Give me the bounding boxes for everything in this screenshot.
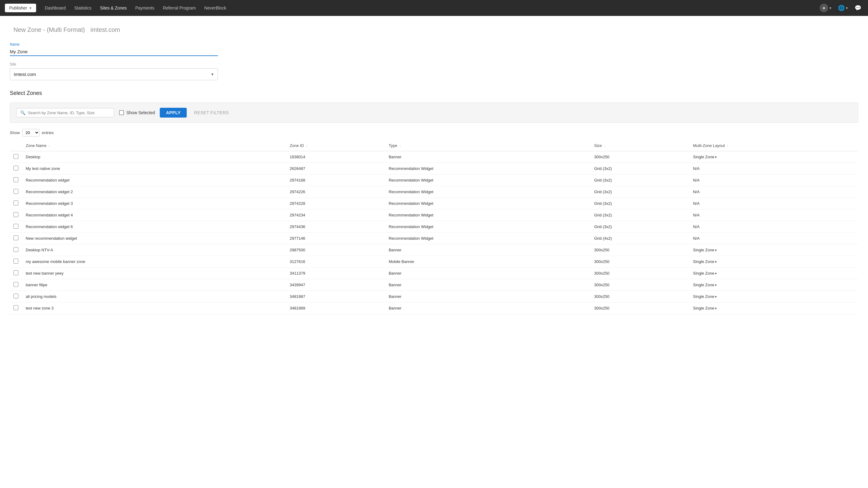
zone-name-col-header[interactable]: Zone Name ↕	[22, 140, 286, 151]
table-controls: Show 201050100 entries	[10, 129, 858, 136]
nav-link-neverblock[interactable]: NeverBlock	[201, 4, 230, 12]
search-wrapper: 🔍	[16, 108, 114, 117]
type-cell: Banner	[385, 291, 590, 303]
layout-cell: Single Zone▼	[689, 291, 858, 303]
table-row: Recommendation widget 2 2974226 Recommen…	[10, 186, 858, 198]
layout-chevron-icon[interactable]: ▼	[714, 283, 717, 287]
layout-cell: Single Zone▼	[689, 244, 858, 256]
name-input[interactable]	[10, 48, 218, 56]
size-cell: 300x250	[590, 303, 689, 314]
type-cell: Banner	[385, 268, 590, 279]
show-selected-wrapper[interactable]: Show Selected	[119, 110, 155, 115]
layout-cell: Single Zone▼	[689, 256, 858, 268]
size-sort-icon: ↕	[604, 144, 606, 148]
zone-name-cell: test new banner yeey	[22, 268, 286, 279]
row-checkbox[interactable]	[13, 189, 18, 194]
size-cell: 300x250	[590, 151, 689, 163]
table-row: Desktop NTV-A 2987500 Banner 300x250 Sin…	[10, 244, 858, 256]
publisher-button[interactable]: Publisher ▼	[5, 4, 36, 12]
reset-filters-button[interactable]: RESET FILTERS	[192, 108, 231, 118]
layout-cell: Single Zone▼	[689, 303, 858, 314]
row-checkbox[interactable]	[13, 212, 18, 217]
nav-link-statistics[interactable]: Statistics	[71, 4, 95, 12]
type-cell: Recommendation Widget	[385, 186, 590, 198]
row-checkbox[interactable]	[13, 247, 18, 252]
table-row: all pricing models 3481987 Banner 300x25…	[10, 291, 858, 303]
row-checkbox[interactable]	[13, 270, 18, 275]
row-checkbox[interactable]	[13, 282, 18, 287]
row-checkbox[interactable]	[13, 294, 18, 299]
layout-chevron-icon[interactable]: ▼	[714, 249, 717, 252]
nav-link-dashboard[interactable]: Dashboard	[41, 4, 69, 12]
zone-name-cell: New recommendation widget	[22, 233, 286, 244]
row-checkbox-cell	[10, 163, 22, 175]
table-header-row: Zone Name ↕ Zone ID ↕ Type ↕ Size ↕ Mult…	[10, 140, 858, 151]
layout-cell: N/A	[689, 186, 858, 198]
row-checkbox[interactable]	[13, 201, 18, 206]
zone-name-cell: Recommendation widget 6	[22, 221, 286, 233]
nav-link-payments[interactable]: Payments	[132, 4, 158, 12]
zone-id-cell: 2974168	[286, 175, 385, 186]
type-cell: Recommendation Widget	[385, 233, 590, 244]
layout-chevron-icon[interactable]: ▼	[714, 295, 717, 299]
zone-id-cell: 2974228	[286, 198, 385, 209]
layout-chevron-icon[interactable]: ▼	[714, 307, 717, 310]
search-input[interactable]	[28, 111, 110, 115]
zone-id-col-header[interactable]: Zone ID ↕	[286, 140, 385, 151]
zone-id-cell: 3411379	[286, 268, 385, 279]
type-cell: Recommendation Widget	[385, 175, 590, 186]
apply-button[interactable]: APPLY	[160, 108, 187, 118]
zone-id-cell: 2626487	[286, 163, 385, 175]
size-cell: 300x250	[590, 268, 689, 279]
row-checkbox-cell	[10, 244, 22, 256]
layout-cell: N/A	[689, 175, 858, 186]
zone-name-cell: Recommendation widget 3	[22, 198, 286, 209]
table-row: test new banner yeey 3411379 Banner 300x…	[10, 268, 858, 279]
table-row: Recommendation widget 4 2974234 Recommen…	[10, 209, 858, 221]
layout-col-header[interactable]: Multi-Zone Layout ↕	[689, 140, 858, 151]
publisher-label: Publisher	[9, 5, 27, 10]
zone-id-sort-icon: ↕	[306, 144, 307, 148]
row-checkbox[interactable]	[13, 224, 18, 229]
nav-link-sites-zones[interactable]: Sites & Zones	[96, 4, 130, 12]
size-cell: Grid (3x2)	[590, 221, 689, 233]
row-checkbox[interactable]	[13, 165, 18, 171]
table-row: Recommendation widget 6 2974436 Recommen…	[10, 221, 858, 233]
nav-link-referral[interactable]: Referral Program	[159, 4, 199, 12]
row-checkbox-cell	[10, 303, 22, 314]
entries-label: entries	[42, 130, 54, 135]
layout-chevron-icon[interactable]: ▼	[714, 155, 717, 159]
row-checkbox[interactable]	[13, 259, 18, 264]
type-cell: Recommendation Widget	[385, 163, 590, 175]
page-title-main: New Zone - (Multi Format)	[13, 26, 85, 33]
zone-id-cell: 3439947	[286, 279, 385, 291]
layout-cell: N/A	[689, 198, 858, 209]
layout-chevron-icon[interactable]: ▼	[714, 272, 717, 275]
table-row: My test native zone 2626487 Recommendati…	[10, 163, 858, 175]
show-selected-checkbox[interactable]	[119, 110, 124, 115]
type-col-header[interactable]: Type ↕	[385, 140, 590, 151]
size-col-header[interactable]: Size ↕	[590, 140, 689, 151]
layout-chevron-icon[interactable]: ▼	[714, 260, 717, 264]
entries-per-page-select[interactable]: 201050100	[22, 129, 39, 136]
zone-id-cell: 2977146	[286, 233, 385, 244]
table-row: Recommendation widget 2974168 Recommenda…	[10, 175, 858, 186]
row-checkbox[interactable]	[13, 305, 18, 310]
language-button[interactable]: 🌐 ▼	[836, 3, 850, 12]
size-cell: Grid (3x2)	[590, 175, 689, 186]
row-checkbox[interactable]	[13, 236, 18, 240]
site-select[interactable]: imtest.com	[10, 68, 218, 80]
zone-name-cell: Recommendation widget	[22, 175, 286, 186]
row-checkbox[interactable]	[13, 177, 18, 182]
zone-name-cell: Desktop	[22, 151, 286, 163]
row-checkbox-cell	[10, 186, 22, 198]
row-checkbox[interactable]	[13, 154, 18, 159]
table-row: Desktop 1838014 Banner 300x250 Single Zo…	[10, 151, 858, 163]
type-cell: Banner	[385, 279, 590, 291]
size-cell: 300x250	[590, 291, 689, 303]
table-row: banner filipe 3439947 Banner 300x250 Sin…	[10, 279, 858, 291]
zone-name-cell: banner filipe	[22, 279, 286, 291]
chat-button[interactable]: 💬	[853, 3, 863, 12]
row-checkbox-cell	[10, 233, 22, 244]
user-account-button[interactable]: ● ▼	[818, 2, 834, 13]
